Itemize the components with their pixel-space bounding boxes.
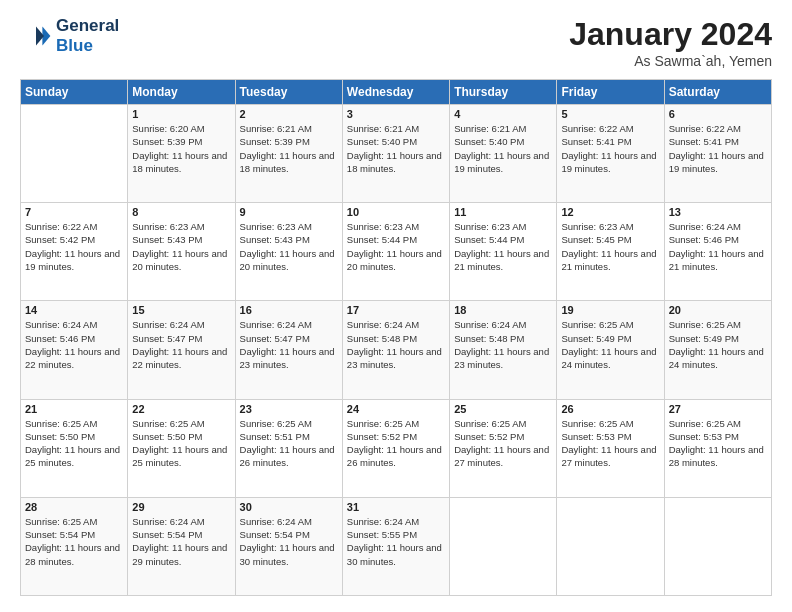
daylight: Daylight: 11 hours and 20 minutes. bbox=[240, 248, 335, 272]
week-row-3: 21Sunrise: 6:25 AMSunset: 5:50 PMDayligh… bbox=[21, 399, 772, 497]
daylight: Daylight: 11 hours and 18 minutes. bbox=[240, 150, 335, 174]
calendar-cell: 16Sunrise: 6:24 AMSunset: 5:47 PMDayligh… bbox=[235, 301, 342, 399]
daylight: Daylight: 11 hours and 23 minutes. bbox=[454, 346, 549, 370]
calendar-cell: 12Sunrise: 6:23 AMSunset: 5:45 PMDayligh… bbox=[557, 203, 664, 301]
calendar-cell: 2Sunrise: 6:21 AMSunset: 5:39 PMDaylight… bbox=[235, 105, 342, 203]
daylight: Daylight: 11 hours and 21 minutes. bbox=[561, 248, 656, 272]
day-number: 18 bbox=[454, 304, 552, 316]
sunset: Sunset: 5:48 PM bbox=[454, 333, 524, 344]
daylight: Daylight: 11 hours and 20 minutes. bbox=[132, 248, 227, 272]
sunset: Sunset: 5:40 PM bbox=[454, 136, 524, 147]
cell-content: Sunrise: 6:23 AMSunset: 5:43 PMDaylight:… bbox=[132, 220, 230, 273]
calendar-cell: 15Sunrise: 6:24 AMSunset: 5:47 PMDayligh… bbox=[128, 301, 235, 399]
calendar-cell bbox=[21, 105, 128, 203]
sunset: Sunset: 5:44 PM bbox=[347, 234, 417, 245]
daylight: Daylight: 11 hours and 29 minutes. bbox=[132, 542, 227, 566]
sunrise: Sunrise: 6:25 AM bbox=[669, 418, 741, 429]
sunrise: Sunrise: 6:25 AM bbox=[669, 319, 741, 330]
sunset: Sunset: 5:44 PM bbox=[454, 234, 524, 245]
calendar-cell: 24Sunrise: 6:25 AMSunset: 5:52 PMDayligh… bbox=[342, 399, 449, 497]
sunrise: Sunrise: 6:24 AM bbox=[347, 516, 419, 527]
cell-content: Sunrise: 6:21 AMSunset: 5:40 PMDaylight:… bbox=[347, 122, 445, 175]
sunrise: Sunrise: 6:23 AM bbox=[240, 221, 312, 232]
sunrise: Sunrise: 6:22 AM bbox=[669, 123, 741, 134]
calendar-cell: 13Sunrise: 6:24 AMSunset: 5:46 PMDayligh… bbox=[664, 203, 771, 301]
calendar-cell: 3Sunrise: 6:21 AMSunset: 5:40 PMDaylight… bbox=[342, 105, 449, 203]
sunset: Sunset: 5:54 PM bbox=[25, 529, 95, 540]
daylight: Daylight: 11 hours and 18 minutes. bbox=[132, 150, 227, 174]
week-row-4: 28Sunrise: 6:25 AMSunset: 5:54 PMDayligh… bbox=[21, 497, 772, 595]
cell-content: Sunrise: 6:23 AMSunset: 5:44 PMDaylight:… bbox=[347, 220, 445, 273]
day-number: 14 bbox=[25, 304, 123, 316]
daylight: Daylight: 11 hours and 25 minutes. bbox=[132, 444, 227, 468]
sunrise: Sunrise: 6:21 AM bbox=[454, 123, 526, 134]
sunrise: Sunrise: 6:22 AM bbox=[25, 221, 97, 232]
sunrise: Sunrise: 6:22 AM bbox=[561, 123, 633, 134]
calendar-cell bbox=[664, 497, 771, 595]
daylight: Daylight: 11 hours and 23 minutes. bbox=[347, 346, 442, 370]
cell-content: Sunrise: 6:25 AMSunset: 5:53 PMDaylight:… bbox=[561, 417, 659, 470]
calendar-cell: 8Sunrise: 6:23 AMSunset: 5:43 PMDaylight… bbox=[128, 203, 235, 301]
day-number: 8 bbox=[132, 206, 230, 218]
calendar-table: Sunday Monday Tuesday Wednesday Thursday… bbox=[20, 79, 772, 596]
header-row: Sunday Monday Tuesday Wednesday Thursday… bbox=[21, 80, 772, 105]
daylight: Daylight: 11 hours and 19 minutes. bbox=[25, 248, 120, 272]
calendar-cell: 21Sunrise: 6:25 AMSunset: 5:50 PMDayligh… bbox=[21, 399, 128, 497]
calendar-cell: 9Sunrise: 6:23 AMSunset: 5:43 PMDaylight… bbox=[235, 203, 342, 301]
daylight: Daylight: 11 hours and 20 minutes. bbox=[347, 248, 442, 272]
sunset: Sunset: 5:52 PM bbox=[454, 431, 524, 442]
sunrise: Sunrise: 6:25 AM bbox=[561, 418, 633, 429]
calendar-cell: 14Sunrise: 6:24 AMSunset: 5:46 PMDayligh… bbox=[21, 301, 128, 399]
page: General Blue January 2024 As Sawma`ah, Y… bbox=[0, 0, 792, 612]
day-number: 25 bbox=[454, 403, 552, 415]
calendar-cell bbox=[450, 497, 557, 595]
cell-content: Sunrise: 6:23 AMSunset: 5:43 PMDaylight:… bbox=[240, 220, 338, 273]
calendar-cell: 27Sunrise: 6:25 AMSunset: 5:53 PMDayligh… bbox=[664, 399, 771, 497]
daylight: Daylight: 11 hours and 19 minutes. bbox=[454, 150, 549, 174]
calendar-cell: 26Sunrise: 6:25 AMSunset: 5:53 PMDayligh… bbox=[557, 399, 664, 497]
sunset: Sunset: 5:47 PM bbox=[240, 333, 310, 344]
sunset: Sunset: 5:46 PM bbox=[25, 333, 95, 344]
day-number: 19 bbox=[561, 304, 659, 316]
sunrise: Sunrise: 6:25 AM bbox=[561, 319, 633, 330]
sunset: Sunset: 5:52 PM bbox=[347, 431, 417, 442]
sunset: Sunset: 5:43 PM bbox=[240, 234, 310, 245]
calendar-cell: 23Sunrise: 6:25 AMSunset: 5:51 PMDayligh… bbox=[235, 399, 342, 497]
cell-content: Sunrise: 6:25 AMSunset: 5:49 PMDaylight:… bbox=[561, 318, 659, 371]
calendar-cell: 28Sunrise: 6:25 AMSunset: 5:54 PMDayligh… bbox=[21, 497, 128, 595]
daylight: Daylight: 11 hours and 25 minutes. bbox=[25, 444, 120, 468]
day-number: 26 bbox=[561, 403, 659, 415]
sunrise: Sunrise: 6:25 AM bbox=[25, 516, 97, 527]
daylight: Daylight: 11 hours and 24 minutes. bbox=[669, 346, 764, 370]
day-number: 27 bbox=[669, 403, 767, 415]
day-number: 31 bbox=[347, 501, 445, 513]
calendar-cell: 19Sunrise: 6:25 AMSunset: 5:49 PMDayligh… bbox=[557, 301, 664, 399]
sunset: Sunset: 5:41 PM bbox=[669, 136, 739, 147]
sunrise: Sunrise: 6:23 AM bbox=[132, 221, 204, 232]
cell-content: Sunrise: 6:25 AMSunset: 5:52 PMDaylight:… bbox=[454, 417, 552, 470]
sunset: Sunset: 5:39 PM bbox=[132, 136, 202, 147]
calendar-cell: 4Sunrise: 6:21 AMSunset: 5:40 PMDaylight… bbox=[450, 105, 557, 203]
calendar-cell: 5Sunrise: 6:22 AMSunset: 5:41 PMDaylight… bbox=[557, 105, 664, 203]
daylight: Daylight: 11 hours and 28 minutes. bbox=[25, 542, 120, 566]
day-number: 28 bbox=[25, 501, 123, 513]
sunrise: Sunrise: 6:24 AM bbox=[669, 221, 741, 232]
daylight: Daylight: 11 hours and 19 minutes. bbox=[561, 150, 656, 174]
sunset: Sunset: 5:49 PM bbox=[669, 333, 739, 344]
col-thursday: Thursday bbox=[450, 80, 557, 105]
sunrise: Sunrise: 6:24 AM bbox=[25, 319, 97, 330]
day-number: 23 bbox=[240, 403, 338, 415]
calendar-cell: 17Sunrise: 6:24 AMSunset: 5:48 PMDayligh… bbox=[342, 301, 449, 399]
cell-content: Sunrise: 6:24 AMSunset: 5:55 PMDaylight:… bbox=[347, 515, 445, 568]
daylight: Daylight: 11 hours and 22 minutes. bbox=[25, 346, 120, 370]
daylight: Daylight: 11 hours and 26 minutes. bbox=[347, 444, 442, 468]
sunset: Sunset: 5:47 PM bbox=[132, 333, 202, 344]
daylight: Daylight: 11 hours and 26 minutes. bbox=[240, 444, 335, 468]
cell-content: Sunrise: 6:25 AMSunset: 5:54 PMDaylight:… bbox=[25, 515, 123, 568]
calendar-cell: 29Sunrise: 6:24 AMSunset: 5:54 PMDayligh… bbox=[128, 497, 235, 595]
sunset: Sunset: 5:50 PM bbox=[25, 431, 95, 442]
sunset: Sunset: 5:53 PM bbox=[669, 431, 739, 442]
day-number: 5 bbox=[561, 108, 659, 120]
sunrise: Sunrise: 6:23 AM bbox=[347, 221, 419, 232]
day-number: 29 bbox=[132, 501, 230, 513]
